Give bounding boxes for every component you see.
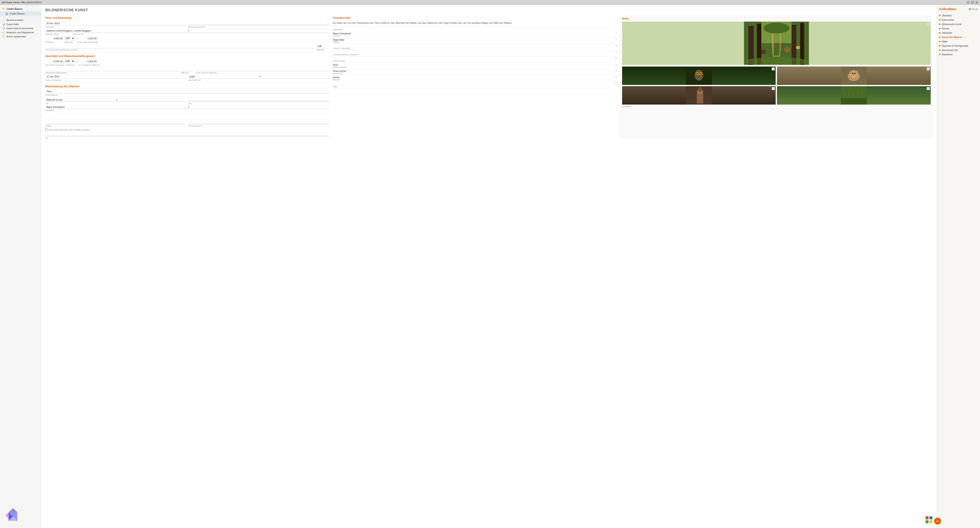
seriennummer-input[interactable] [189,121,328,124]
wert-currency[interactable]: CHFEUR [64,59,75,63]
collectibles-controls: 📌 Aa aa [968,8,978,10]
svg-rect-47 [929,520,932,523]
context-checkbox[interactable] [45,128,48,131]
house-icon: 🏠 [5,12,8,15]
wartung-currency-value: CHF [317,44,329,48]
collectibles-label-benchmark: Benchmark [G] [942,49,958,51]
sidebar-child-item[interactable]: 🏠 Chalet Bianca [0,11,41,16]
owl-add-btn[interactable]: ☐ [772,67,775,70]
collectibles-item-kunst[interactable]: Kunst Der Malerei [939,35,978,39]
collectibles-item-glashuette[interactable]: Glashütte [939,31,978,35]
window-controls[interactable]: ─ □ ✕ [967,1,978,4]
svg-point-24 [854,73,856,74]
thumb-squirrel[interactable]: ☐ [622,86,776,105]
collectibles-pin-btn[interactable]: 📌 [968,8,971,10]
analysen-label: Analysen und Diagramme [6,31,34,34]
cub-add-btn[interactable]: ☐ [927,67,930,70]
sidebar-child-label: Chalet Bianca [10,12,25,15]
hersteller-value: Maya Schüpbach [46,106,187,108]
typ-value: Bildende Kunst [46,98,116,101]
grass-svg [777,86,931,105]
char-field-9-value[interactable] [333,82,612,86]
collectibles-item-buecher[interactable]: Bücher [939,26,978,31]
geschaetzt-section-title: Geschätzt und Wiederbeschaffungswert [45,55,329,58]
main-image-add-btn[interactable]: ☐ [927,22,930,25]
sidebar-parent-item[interactable]: 📁 Chalet Bianca [0,6,41,11]
ort-field: Ort [45,132,329,139]
squirrel-add-btn[interactable]: ☐ [772,87,775,90]
svg-point-11 [763,23,789,33]
modell-input[interactable] [46,121,186,124]
verkauft-von-select[interactable]: Galleria Loretta Buggiani, Loretta Buggi… [45,29,329,33]
maximize-button[interactable]: □ [971,1,974,4]
images-title: Bilder [622,17,931,20]
gem-logo-svg: ✦ ✦ [4,507,22,524]
archiv-label: Archiv ausblenden [6,35,26,38]
cub-svg [777,67,931,85]
thumb-grass[interactable]: ☐ [777,86,931,105]
wiederbeschaffung-row: Wiederbeschaffungswert Währung In der ei… [45,67,329,74]
collectibles-panel: Collectibles 📌 Aa aa Überblick Dokumente… [937,5,980,528]
collectibles-item-notizbblock[interactable]: Notizblock [939,52,978,57]
kaufpreis-currency[interactable]: CHFEURUSD [64,36,75,40]
rechnungsnummer-input[interactable] [189,22,328,25]
collectibles-item-dokumente[interactable]: Dokumente [939,18,978,22]
ort-label: Ort [45,137,329,139]
sidebar-item-archiv[interactable]: 📁 Archiv ausblenden [0,34,41,38]
datum-schaetzung-value: 12 Jan 2023 [45,75,186,79]
bericht-label: Bericht erstellen [6,19,24,21]
kaufpreis-label: Kaufpreis [45,41,63,43]
typ-label: Typ [45,102,186,105]
modell-label: Modell [45,125,186,127]
sidebar-item-bericht[interactable]: 📄 Bericht erstellen [0,18,41,22]
wartung-field: Total Wartung und Reparatur Kosten [45,44,315,51]
tag-input[interactable] [189,98,328,101]
grass-add-btn[interactable]: ☐ [927,87,930,90]
svg-text:✦: ✦ [11,507,13,511]
wiederbeschaffung-field: Wiederbeschaffungswert [45,67,179,74]
collectibles-item-benchmark[interactable]: Benchmark [G] [939,48,978,52]
sidebar-item-export[interactable]: 📊 Export data [0,22,41,26]
collectibles-font-btn[interactable]: Aa aa [972,8,978,10]
beschreibung-value: Tiere [45,90,329,94]
title-bar: MyPrivate Family Office [Build 80287] ─ … [0,0,980,5]
collectibles-item-silber[interactable]: Silber [939,39,978,44]
main-painting-svg [622,22,931,65]
minimize-button[interactable]: ─ [967,1,970,4]
modell-field: Modell [45,120,186,127]
ort-input[interactable] [46,133,328,136]
datum-schaetzung-label: Datum Schätzung [45,79,186,81]
kaufdatum-row: 30 Nov 2022 Kaufdatum Rechnungsnummer [45,21,329,28]
analysen-icon: 📈 [2,31,5,34]
sidebar-item-analysen[interactable]: 📈 Analysen und Diagramme [0,30,41,34]
thumb-owl[interactable]: ☐ [622,67,776,85]
char-field-7-value: Unten rechts [333,70,612,72]
sidebar-item-export-docs[interactable]: 📋 Export data & documents [0,26,41,30]
thumb-cub[interactable]: ☐ [777,67,931,85]
back-navigation-btn[interactable]: ↩ [934,518,941,525]
seriennummer-field: Seriennummer [188,120,329,127]
char-field-2-num: 2 [614,38,617,41]
kaufdatum-value: 30 Nov 2022 [45,22,186,25]
collectibles-item-afrik[interactable]: Afrikanische Kunst [939,22,978,26]
geschaetzt-von-select[interactable]: SSEP ▼ [188,75,329,79]
hersteller-select[interactable]: Maya Schüpbach ▼ [45,105,329,109]
bericht-icon: 📄 [2,19,5,21]
svg-point-17 [700,73,701,74]
typ-select[interactable]: Bildende Kunst ▼ [45,98,186,102]
close-button[interactable]: ✕ [975,1,978,4]
char-field-7-content: Unten rechts Unterschrift [333,70,612,75]
collectibles-item-teppiche[interactable]: Teppiche & Flachgewebe [939,44,978,48]
bullet-benchmark [939,49,940,51]
main-image[interactable]: ☐ [622,22,931,65]
collectibles-label-glashuette: Glashütte [942,32,952,34]
wiederbeschaffung-own-field: In der eigenen Währung [196,67,329,74]
window-title: MyPrivate Family Office [Build 80287] [2,1,41,4]
wert-own-label: In der eigenen Währung [79,64,100,66]
collectibles-label-dokumente: Dokumente [942,19,954,21]
collectibles-item-ueberblick[interactable]: Überblick [939,13,978,18]
typ-tag-row: Bildende Kunst ▼ Typ Tag [45,97,329,105]
char-field-9-input[interactable] [333,82,612,86]
rechnungsnummer-value[interactable] [188,21,329,25]
bullet-notizbblock [939,54,940,55]
